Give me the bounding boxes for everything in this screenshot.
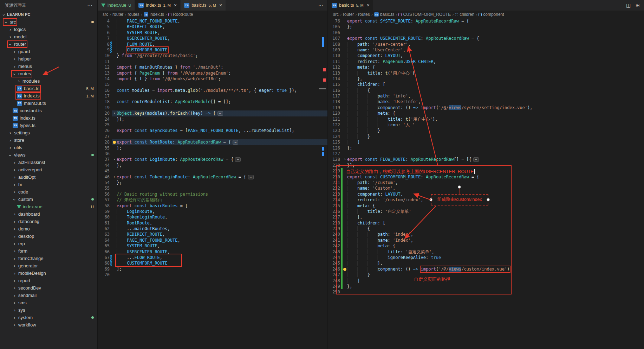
code-line[interactable]: 239 {	[328, 226, 644, 231]
tree-item-activereport[interactable]: ›activereport	[0, 166, 97, 173]
tab-index.ts[interactable]: TSindex.ts1, M×	[135, 0, 181, 11]
code-line[interactable]: 230export const CUSTOMFORM_ROUTE: AppRou…	[328, 174, 644, 180]
code-line[interactable]: 45	[98, 168, 327, 174]
code-line[interactable]: 61 RootRoute,	[98, 220, 327, 226]
lightbulb-icon[interactable]	[112, 139, 117, 145]
code-line[interactable]: 118 name: 'UserInfo',	[328, 99, 644, 104]
tree-item-form[interactable]: ›form	[0, 247, 97, 255]
tree-item-workflow[interactable]: ›workflow	[0, 321, 97, 329]
code-line[interactable]: 119 component: () => import('/@/views/sy…	[328, 105, 644, 110]
code-line[interactable]: 228}];	[328, 163, 644, 168]
tree-item-store[interactable]: ›store	[0, 137, 97, 144]
code-line[interactable]: 229	[328, 168, 644, 174]
tree-item-sendmail[interactable]: ›sendmail	[0, 292, 97, 299]
code-line[interactable]: 57// 未经许可的基础路由	[98, 197, 327, 203]
code-line[interactable]: 27	[98, 134, 327, 139]
code-line[interactable]: 9 CUSTOMFORM_ROUTE	[98, 47, 327, 53]
code-line[interactable]: 113 title: t('用户中心')	[328, 70, 644, 76]
tree-item-code[interactable]: ›code	[0, 188, 97, 196]
tree-item-helper[interactable]: ›helper	[0, 55, 97, 63]
code-line[interactable]: 62 ...mainOutRoutes,	[98, 226, 327, 231]
code-line[interactable]: 232 name: 'Custom',	[328, 185, 644, 191]
breadcrumb-item-children[interactable]: children	[455, 12, 474, 17]
code-line[interactable]: 247 }	[328, 272, 644, 278]
tree-item-index.vue[interactable]: index.vueU	[0, 203, 97, 210]
code-line[interactable]: 112 meta: {	[328, 64, 644, 70]
code-line[interactable]: 128›export const FLOW_ROUTE: AppRouteRec…	[328, 157, 644, 162]
tree-item-dataconfig[interactable]: ›dataconfig	[0, 218, 97, 225]
tree-item-constant.ts[interactable]: TSconstant.ts	[0, 107, 97, 114]
code-line[interactable]: 235 meta: {	[328, 203, 644, 209]
code-line[interactable]: 124 }	[328, 134, 644, 139]
code-line[interactable]: 106	[328, 30, 644, 36]
code-line[interactable]: 105};	[328, 24, 644, 30]
breadcrumb-item-CUSTOMFORM_ROUTE[interactable]: CUSTOMFORM_ROUTE	[398, 12, 451, 17]
breadcrumb-item-routes[interactable]: routes	[358, 12, 370, 17]
tree-item-utils[interactable]: ›utils	[0, 144, 97, 151]
code-line[interactable]: 4 PAGE_NOT_FOUND_ROUTE,	[98, 18, 327, 24]
code-line[interactable]: 46›export const TokenLoginRoute: AppRout…	[98, 174, 327, 180]
code-line[interactable]: 244 ignoreKeepAlive: true	[328, 255, 644, 260]
tree-item-auditOpt[interactable]: ›auditOpt	[0, 173, 97, 181]
split-editor-icon[interactable]: ◫	[626, 2, 631, 8]
code-line[interactable]: 121 title: t('用户中心'),	[328, 116, 644, 122]
fold-chevron-icon[interactable]: ›	[112, 110, 117, 116]
code-line[interactable]: 58export const basicRoutes = [	[98, 203, 327, 209]
breadcrumb-item-RootRoute[interactable]: RootRoute	[168, 12, 193, 17]
code-line[interactable]: 26export const asyncRoutes = [PAGE_NOT_F…	[98, 128, 327, 133]
code-line[interactable]: 245 },	[328, 260, 644, 266]
code-line[interactable]: 10} from '/@/router/routes/basic';	[98, 53, 327, 58]
code-line[interactable]: 20›Object.keys(modules).forEach((key) =>…	[98, 110, 327, 116]
close-icon[interactable]: ×	[367, 2, 370, 8]
tree-item-desktop[interactable]: ›desktop	[0, 233, 97, 240]
tree-item-model[interactable]: ›model	[0, 33, 97, 40]
code-line[interactable]: 6 SYSTEM_ROUTE,	[98, 30, 327, 36]
tree-item-views[interactable]: ›views	[0, 151, 97, 159]
tree-item-sms[interactable]: ›sms	[0, 299, 97, 306]
code-line[interactable]: 243 title: '自定义菜单',	[328, 249, 644, 255]
more-actions-icon[interactable]: ⋯	[318, 2, 323, 8]
code-line[interactable]: 123 }	[328, 128, 644, 133]
code-line[interactable]: 35};	[98, 145, 327, 151]
tree-item-logics[interactable]: ›logics	[0, 26, 97, 33]
code-line[interactable]: 28export const RootRoute: AppRouteRecord…	[98, 139, 327, 145]
code-line[interactable]: 14import { t } from '/@/hooks/web/useI18…	[98, 76, 327, 82]
code-line[interactable]: 126};	[328, 145, 644, 151]
code-line[interactable]: 37›export const LoginRoute: AppRouteReco…	[98, 157, 327, 162]
code-line[interactable]: 116 {	[328, 88, 644, 93]
tree-item-erp[interactable]: ›erp	[0, 240, 97, 247]
tree-item-bi[interactable]: ›bi	[0, 181, 97, 188]
code-line[interactable]: 234 redirect: '/custom/index',	[328, 197, 644, 203]
tab-basic.ts[interactable]: TSbasic.ts5, M×	[328, 0, 373, 11]
code-line[interactable]: 115 children: [	[328, 82, 644, 87]
breadcrumb-item-src[interactable]: src	[103, 12, 108, 17]
code-line[interactable]: 125 ]	[328, 139, 644, 145]
code-line[interactable]: 111 redirect: PageEnum.USER_CENTER,	[328, 59, 644, 64]
code-line[interactable]: 237 },	[328, 214, 644, 220]
tree-item-index.ts[interactable]: TSindex.ts1, M	[0, 92, 97, 100]
code-line[interactable]: 70	[98, 272, 327, 278]
tree-item-report[interactable]: ›report	[0, 277, 97, 284]
code-line[interactable]: 109 name: 'UserCenter',	[328, 47, 644, 53]
tree-item-types.ts[interactable]: TStypes.ts	[0, 122, 97, 129]
code-line[interactable]: 117 path: 'info',	[328, 93, 644, 99]
code-line[interactable]: 68 CUSTOMFORM_ROUTE	[98, 260, 327, 266]
tree-item-routes[interactable]: ›routes	[0, 70, 97, 77]
code-line[interactable]: 67 ...FLOW_ROUTE,	[98, 255, 327, 260]
tree-item-menus[interactable]: ›menus	[0, 63, 97, 70]
code-line[interactable]: 36	[98, 151, 327, 157]
code-line[interactable]: 65 SYSTEM_ROUTE,	[98, 243, 327, 249]
breadcrumb-item-index.ts[interactable]: TSindex.ts	[144, 12, 164, 17]
code-line[interactable]: 5 REDIRECT_ROUTE,	[98, 24, 327, 30]
breadcrumb-item-router[interactable]: router	[112, 12, 123, 17]
close-icon[interactable]: ×	[174, 2, 177, 8]
tree-item-mobileDesign[interactable]: ›mobileDesign	[0, 269, 97, 277]
code-line[interactable]: 233 component: LAYOUT,	[328, 191, 644, 197]
code-line[interactable]: 56// Basic routing without permissions	[98, 191, 327, 197]
code-line[interactable]: 240 path: 'index',	[328, 231, 644, 237]
code-line[interactable]: 122 icon: '人 '	[328, 122, 644, 128]
tree-item-dashboard[interactable]: ›dashboard	[0, 210, 97, 218]
code-line[interactable]: 44};	[98, 163, 327, 168]
code-line[interactable]: 15	[98, 82, 327, 87]
tree-item-modules[interactable]: ›modules	[0, 77, 97, 85]
